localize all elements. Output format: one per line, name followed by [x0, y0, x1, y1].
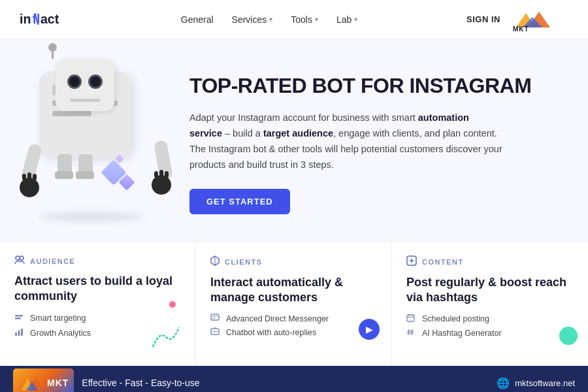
audience-label: AUDIENCE: [30, 257, 75, 265]
svg-line-31: [408, 329, 409, 335]
robot-illustration: [20, 59, 176, 229]
header-right: SIGN IN MKT: [466, 7, 568, 33]
svg-line-32: [412, 329, 412, 335]
robot-eye-right: [88, 74, 103, 89]
svg-rect-13: [18, 331, 20, 336]
svg-point-8: [16, 256, 20, 260]
chatbot-icon: [210, 327, 221, 338]
nav-tools[interactable]: Tools ▾: [291, 14, 318, 25]
content-features: Scheduled posting AI Hashtag Generator: [406, 314, 574, 338]
clients-title: Interact automatically & manage customer…: [210, 275, 377, 304]
sign-in-button[interactable]: SIGN IN: [466, 14, 500, 24]
svg-point-20: [214, 331, 216, 333]
feature-direct-messenger: Advanced Direct Messenger: [210, 314, 377, 323]
svg-rect-12: [15, 333, 17, 336]
chevron-down-icon: ▾: [354, 16, 357, 23]
content-title: Post regularly & boost reach via hashtag…: [406, 275, 574, 304]
hero-content: TOP-RATED BOT FOR INSTAGRAM Adapt your I…: [176, 73, 568, 214]
feature-scheduled-posting: Scheduled posting: [406, 314, 574, 324]
svg-rect-14: [21, 329, 23, 336]
messenger-icon: [210, 314, 221, 323]
footer-right[interactable]: 🌐 mktsoftware.net: [497, 377, 575, 389]
robot-eye-left: [67, 74, 82, 89]
get-started-button[interactable]: GET STARTED: [189, 189, 290, 214]
card-audience: AUDIENCE Attract users to build a loyal …: [0, 242, 196, 366]
svg-point-21: [216, 331, 218, 333]
calendar-icon: [406, 314, 417, 324]
audience-title: Attract users to build a loyal community: [14, 274, 181, 303]
card-category-clients: CLIENTS: [210, 255, 377, 269]
footer-website: mktsoftware.net: [515, 378, 575, 388]
card-category-audience: AUDIENCE: [14, 255, 181, 267]
feature-smart-targeting: Smart targeting: [14, 312, 181, 323]
svg-text:in: in: [20, 12, 31, 26]
footer-bar: MKT Effective - Fast - Easy-to-use 🌐 mkt…: [0, 366, 588, 392]
hero-title: TOP-RATED BOT FOR INSTAGRAM: [189, 73, 568, 98]
globe-icon: 🌐: [497, 377, 510, 389]
clients-features: Advanced Direct Messenger Chatbot with a…: [210, 314, 377, 338]
hero-section: TOP-RATED BOT FOR INSTAGRAM Adapt your I…: [0, 39, 588, 242]
nav-services[interactable]: Services ▾: [232, 14, 273, 25]
logo[interactable]: in fl act: [20, 10, 72, 29]
chevron-down-icon: ▾: [269, 16, 272, 23]
footer-mkt-text: MKT: [47, 378, 69, 388]
footer-tagline: Effective - Fast - Easy-to-use: [82, 378, 199, 388]
main-nav: General Services ▾ Tools ▾ Lab ▾: [181, 14, 358, 25]
hero-description: Adapt your Instagram account for busines…: [189, 110, 503, 173]
svg-point-9: [20, 256, 24, 260]
circle-decoration: [559, 327, 578, 345]
content-icon: [406, 255, 417, 269]
svg-text:MKT: MKT: [513, 25, 529, 33]
robot-hand-left: [20, 178, 39, 197]
clients-icon: [210, 255, 220, 269]
audience-icon: [14, 255, 25, 267]
robot-head: [56, 59, 114, 111]
analytics-icon: [14, 327, 25, 338]
clients-label: CLIENTS: [225, 258, 263, 266]
chevron-down-icon: ▾: [315, 16, 318, 23]
targeting-icon: [14, 312, 25, 323]
arrow-decoration: ▶: [359, 319, 380, 340]
robot-antenna-ball: [48, 43, 57, 52]
svg-rect-27: [407, 315, 414, 321]
footer-mkt-logo[interactable]: MKT: [13, 368, 74, 392]
feature-cards: AUDIENCE Attract users to build a loyal …: [0, 242, 588, 366]
feature-hashtag-generator: AI Hashtag Generator: [406, 328, 574, 338]
nav-general[interactable]: General: [181, 14, 214, 25]
svg-rect-10: [15, 315, 23, 317]
feature-chatbot: Chatbot with auto-replies: [210, 327, 377, 338]
hashtag-icon: [406, 328, 417, 338]
content-label: CONTENT: [422, 258, 464, 266]
card-clients: ▶ CLIENTS Interact automatically & manag…: [196, 242, 392, 366]
svg-point-19: [213, 331, 214, 333]
svg-rect-11: [15, 318, 21, 319]
nav-lab[interactable]: Lab ▾: [336, 14, 357, 25]
header: in fl act General Services ▾ Tools ▾ Lab…: [0, 0, 588, 39]
dot-decoration: [169, 301, 176, 308]
mkt-logo[interactable]: MKT: [510, 7, 568, 33]
card-content: CONTENT Post regularly & boost reach via…: [392, 242, 588, 366]
footer-left: MKT Effective - Fast - Easy-to-use: [13, 368, 200, 392]
card-category-content: CONTENT: [406, 255, 574, 269]
robot-hand-right: [152, 175, 171, 195]
svg-text:act: act: [41, 12, 59, 26]
svg-rect-17: [211, 314, 219, 320]
